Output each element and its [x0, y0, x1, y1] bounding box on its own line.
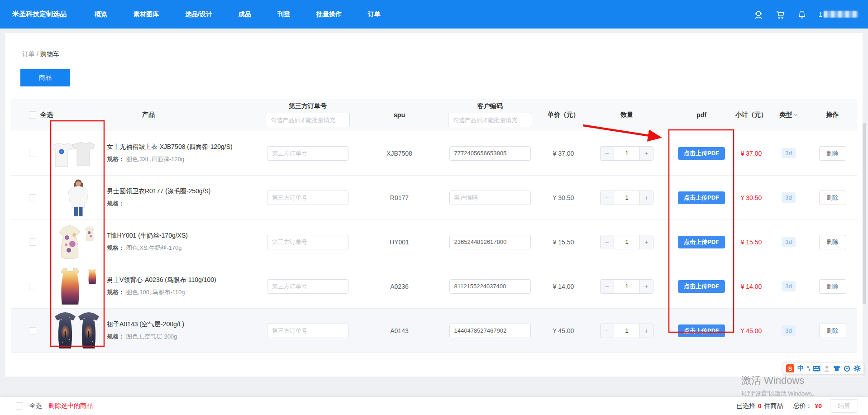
- vertical-scrollbar[interactable]: [863, 123, 866, 304]
- nav-item-selection-design[interactable]: 选品/设计: [185, 10, 212, 19]
- tab-goods[interactable]: 商品: [20, 69, 70, 86]
- customer-code-input[interactable]: [449, 279, 531, 294]
- col-spu: spu: [362, 111, 437, 119]
- product-image[interactable]: [52, 311, 103, 350]
- col-third-party-order: 第三方订单号: [253, 99, 362, 131]
- quantity-minus-button[interactable]: −: [601, 235, 614, 249]
- footer-select-all-label: 全选: [29, 402, 42, 410]
- windows-activation-watermark: 激活 Windows 转到“设置”以激活 Windows。: [741, 374, 818, 398]
- footer-select-all-checkbox[interactable]: [16, 402, 23, 410]
- row-checkbox[interactable]: [29, 327, 36, 334]
- quantity-minus-button[interactable]: −: [601, 280, 614, 293]
- breadcrumb-cart: 购物车: [40, 50, 59, 57]
- soft-keyboard-icon[interactable]: [813, 366, 820, 372]
- col-pdf: pdf: [670, 111, 733, 119]
- bell-icon[interactable]: [797, 10, 807, 19]
- select-all-checkbox[interactable]: [29, 111, 36, 119]
- checkout-button[interactable]: 结算: [830, 399, 858, 413]
- settings-gear-icon[interactable]: [854, 365, 861, 372]
- delete-button[interactable]: 删除: [819, 235, 846, 249]
- quantity-minus-button[interactable]: −: [601, 324, 614, 338]
- quantity-value[interactable]: 1: [614, 147, 639, 160]
- nav-item-overview[interactable]: 概览: [95, 10, 107, 19]
- chinese-mode-icon[interactable]: 中: [797, 364, 804, 372]
- table-header: 全选 产品 第三方订单号 spu 客户编码 单价（元） 数量 pdf 小计（元）…: [11, 99, 857, 131]
- batch-customer-code-input[interactable]: [448, 113, 532, 127]
- spu-value: A0143: [362, 327, 437, 334]
- skin-shirt-icon[interactable]: [833, 365, 840, 372]
- col-action: 操作: [808, 111, 857, 119]
- product-image[interactable]: [52, 179, 103, 217]
- quantity-value[interactable]: 1: [614, 191, 639, 205]
- customer-code-input[interactable]: [449, 235, 531, 249]
- punctuation-mode-icon[interactable]: °,: [807, 365, 810, 372]
- breadcrumb: 订单 / 购物车: [5, 33, 863, 58]
- delete-button[interactable]: 删除: [819, 146, 846, 161]
- nav-item-material-library[interactable]: 素材图库: [134, 10, 159, 19]
- nav-item-batch-operations[interactable]: 批量操作: [316, 10, 342, 19]
- delete-button[interactable]: 删除: [819, 324, 846, 338]
- quantity-stepper: − 1 +: [600, 191, 653, 205]
- third-party-order-input[interactable]: [267, 324, 348, 338]
- third-party-order-input[interactable]: [267, 235, 348, 249]
- quantity-plus-button[interactable]: +: [639, 235, 653, 249]
- customer-service-icon[interactable]: [754, 10, 763, 19]
- nav-item-finished-products[interactable]: 成品: [238, 10, 251, 19]
- col-type[interactable]: 类型: [769, 111, 808, 119]
- breadcrumb-orders[interactable]: 订单: [22, 50, 35, 57]
- delete-button[interactable]: 删除: [819, 191, 846, 205]
- quantity-value[interactable]: 1: [614, 280, 639, 293]
- quantity-plus-button[interactable]: +: [639, 147, 653, 160]
- spec-label: 规格：: [107, 200, 124, 207]
- user-account[interactable]: 1: [819, 11, 858, 18]
- spu-value: R0177: [362, 194, 437, 201]
- upload-pdf-button[interactable]: 点击上传PDF: [678, 147, 725, 160]
- upload-pdf-button[interactable]: 点击上传PDF: [678, 236, 725, 248]
- delete-button[interactable]: 删除: [819, 279, 846, 294]
- third-party-order-input[interactable]: [267, 191, 348, 205]
- quantity-plus-button[interactable]: +: [639, 280, 653, 293]
- customer-code-input[interactable]: [449, 324, 531, 338]
- batch-order-input[interactable]: [266, 113, 350, 127]
- upload-pdf-button[interactable]: 点击上传PDF: [678, 191, 725, 204]
- col-subtotal: 小计（元）: [733, 111, 769, 119]
- user-profile-icon[interactable]: [824, 365, 830, 372]
- col-customer-code-label: 客户编码: [477, 102, 503, 110]
- customer-code-input[interactable]: [449, 191, 531, 205]
- total-label: 总价：: [793, 402, 812, 410]
- quantity-minus-button[interactable]: −: [601, 147, 614, 160]
- quantity-stepper: − 1 +: [600, 146, 653, 161]
- selected-suffix: 件商品: [764, 402, 783, 410]
- row-checkbox[interactable]: [29, 239, 36, 246]
- toolbox-wheel-icon[interactable]: [844, 365, 850, 372]
- quantity-value[interactable]: 1: [614, 235, 639, 249]
- quantity-plus-button[interactable]: +: [639, 191, 653, 205]
- spu-value: A0236: [362, 283, 437, 290]
- upload-pdf-button[interactable]: 点击上传PDF: [678, 324, 725, 337]
- upload-pdf-button[interactable]: 点击上传PDF: [678, 280, 725, 293]
- spec-value: 图色,L,空气层-200g: [126, 333, 177, 340]
- quantity-plus-button[interactable]: +: [639, 324, 653, 338]
- quantity-minus-button[interactable]: −: [601, 191, 614, 205]
- product-image[interactable]: [52, 224, 103, 260]
- customer-code-input[interactable]: [449, 146, 531, 161]
- row-checkbox[interactable]: [29, 283, 36, 290]
- selected-prefix: 已选择: [736, 402, 755, 410]
- product-image[interactable]: [52, 140, 103, 167]
- nav-item-orders[interactable]: 订单: [368, 10, 381, 19]
- quantity-value[interactable]: 1: [614, 324, 639, 338]
- spec-value: 图色,100,,鸟眼布-110g: [126, 289, 185, 296]
- type-badge: 3d: [782, 192, 795, 203]
- third-party-order-input[interactable]: [267, 279, 348, 294]
- product-image[interactable]: [52, 267, 103, 306]
- table-row: 女士无袖褶皱上衣-XJB7508 (四面弹-120g/S) 规格： 图色,3XL…: [11, 131, 857, 176]
- cart-icon[interactable]: [775, 10, 785, 19]
- row-checkbox[interactable]: [29, 194, 36, 201]
- spu-value: XJB7508: [362, 150, 437, 157]
- third-party-order-input[interactable]: [267, 146, 348, 161]
- nav-item-publish[interactable]: 刊登: [277, 10, 290, 19]
- delete-selected-link[interactable]: 删除选中的商品: [48, 402, 93, 410]
- sogou-logo-icon[interactable]: S: [786, 364, 794, 372]
- row-checkbox[interactable]: [29, 150, 36, 157]
- unit-price: ¥ 45.00: [543, 327, 584, 334]
